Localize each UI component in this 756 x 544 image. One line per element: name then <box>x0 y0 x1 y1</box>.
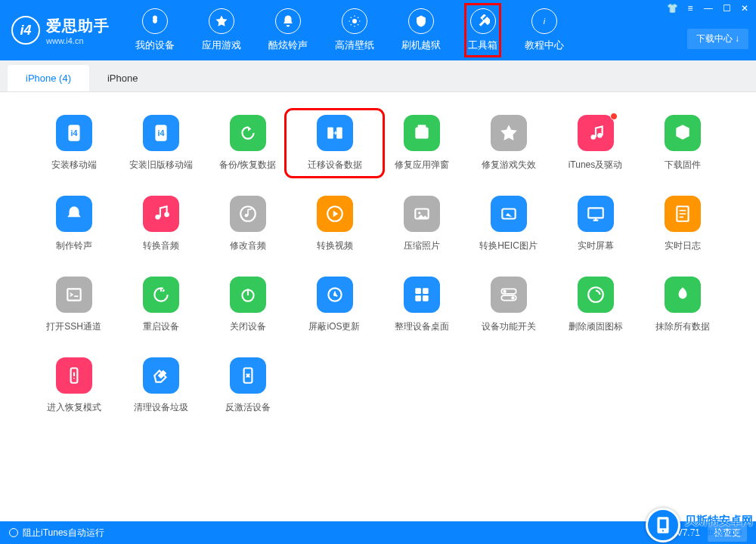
tool-realtime-log[interactable]: 实时日志 <box>639 196 726 252</box>
svg-rect-10 <box>417 125 426 128</box>
nav-label: 工具箱 <box>468 39 497 52</box>
tool-compress-photo[interactable]: 压缩照片 <box>378 196 465 252</box>
nav-toolbox[interactable]: 工具箱 <box>465 4 500 57</box>
tool-organize-desktop[interactable]: 整理设备桌面 <box>378 277 465 333</box>
logo-title: 爱思助手 <box>46 16 110 36</box>
svg-point-0 <box>352 19 357 23</box>
tool-install-old-mobile[interactable]: i4安装旧版移动端 <box>117 115 204 172</box>
watermark-title: 贝斯特安卓网 <box>685 514 753 528</box>
recovery-mode-icon <box>56 357 92 394</box>
tool-convert-audio[interactable]: 转换音频 <box>117 196 204 252</box>
tool-erase-all[interactable]: 抹除所有数据 <box>639 277 726 333</box>
tool-feature-switch[interactable]: 设备功能开关 <box>465 277 552 333</box>
tools-grid: i4安装移动端i4安装旧版移动端备份/恢复数据迁移设备数据修复应用弹窗修复游戏失… <box>0 92 756 422</box>
nav-my-device[interactable]: 我的设备 <box>132 4 178 57</box>
header: i4 爱思助手 www.i4.cn 我的设备应用游戏酷炫铃声高清壁纸刷机越狱工具… <box>0 0 756 60</box>
tool-label: 进入恢复模式 <box>47 401 101 414</box>
tutorials-icon: i <box>531 8 557 34</box>
footer: 阻止iTunes自动运行 V7.71 检查更 <box>0 521 756 544</box>
tool-make-ringtone[interactable]: 制作铃声 <box>30 196 117 252</box>
nav-tutorials[interactable]: i教程中心 <box>522 4 567 57</box>
tool-reboot-device[interactable]: 重启设备 <box>117 277 204 333</box>
tab-1[interactable]: iPhone <box>89 65 156 91</box>
tool-modify-audio[interactable]: 修改音频 <box>204 196 291 252</box>
radio-icon[interactable] <box>9 528 18 537</box>
convert-heic-icon <box>491 196 527 232</box>
tool-label: 重启设备 <box>143 320 179 333</box>
device-tabs: iPhone (4)iPhone <box>0 60 756 92</box>
tool-fix-popup[interactable]: 修复应用弹窗 <box>378 115 465 172</box>
tool-deactivate[interactable]: 反激活设备 <box>204 357 291 414</box>
tool-label: 压缩照片 <box>404 240 440 252</box>
tool-fix-game[interactable]: 修复游戏失效 <box>465 115 552 172</box>
svg-point-36 <box>588 287 603 302</box>
window-controls: 👕 ≡ — ☐ ✕ <box>665 3 751 14</box>
maximize-button[interactable]: ☐ <box>720 3 733 14</box>
footer-left-text[interactable]: 阻止iTunes自动运行 <box>23 527 104 539</box>
tool-block-ios-update[interactable]: 屏蔽iOS更新 <box>291 277 378 333</box>
shutdown-device-icon <box>230 277 266 313</box>
apps-games-icon <box>209 8 234 34</box>
tool-backup-restore[interactable]: 备份/恢复数据 <box>204 115 291 172</box>
svg-point-35 <box>511 296 514 299</box>
wallpapers-icon <box>342 8 367 34</box>
tool-label: 修复应用弹窗 <box>395 159 449 172</box>
tool-label: 打开SSH通道 <box>46 320 101 333</box>
svg-rect-21 <box>588 208 603 218</box>
tool-label: 转换音频 <box>143 240 179 252</box>
tool-label: 迁移设备数据 <box>308 159 362 172</box>
install-old-mobile-icon: i4 <box>143 115 179 151</box>
nav-wallpapers[interactable]: 高清壁纸 <box>332 4 377 57</box>
tab-0[interactable]: iPhone (4) <box>8 65 89 91</box>
svg-rect-23 <box>67 289 80 300</box>
reboot-device-icon <box>143 277 179 313</box>
install-mobile-icon: i4 <box>56 115 92 151</box>
make-ringtone-icon <box>56 196 92 232</box>
tool-delete-stubborn[interactable]: 删除顽固图标 <box>552 277 639 333</box>
tool-recovery-mode[interactable]: 进入恢复模式 <box>30 357 117 414</box>
tool-install-mobile[interactable]: i4安装移动端 <box>30 115 117 172</box>
svg-text:i: i <box>544 17 546 26</box>
tool-convert-heic[interactable]: 转换HEIC图片 <box>465 196 552 252</box>
svg-rect-28 <box>415 288 421 294</box>
menu-button[interactable]: ≡ <box>683 3 697 14</box>
tool-label: 安装移动端 <box>51 159 97 172</box>
tool-shutdown-device[interactable]: 关闭设备 <box>204 277 291 333</box>
tool-clean-trash[interactable]: 清理设备垃圾 <box>117 357 204 414</box>
tool-label: 整理设备桌面 <box>395 320 449 333</box>
logo[interactable]: i4 爱思助手 www.i4.cn <box>11 16 110 45</box>
download-firmware-icon <box>665 115 701 151</box>
nav-label: 我的设备 <box>135 39 175 52</box>
tool-label: iTunes及驱动 <box>569 159 623 172</box>
tool-open-ssh[interactable]: 打开SSH通道 <box>30 277 117 333</box>
tool-migrate-data[interactable]: 迁移设备数据 <box>291 115 378 172</box>
nav-flash-jailbreak[interactable]: 刷机越狱 <box>398 4 444 57</box>
logo-icon: i4 <box>11 16 40 45</box>
tool-itunes-driver[interactable]: iTunes及驱动 <box>552 115 639 172</box>
svg-rect-9 <box>415 127 428 138</box>
my-device-icon <box>142 8 168 34</box>
tool-label: 实时日志 <box>665 240 701 252</box>
minimize-button[interactable]: — <box>702 3 715 14</box>
tool-realtime-screen[interactable]: 实时屏幕 <box>552 196 639 252</box>
tool-label: 备份/恢复数据 <box>219 159 276 172</box>
delete-stubborn-icon <box>578 277 614 313</box>
svg-rect-29 <box>423 288 429 294</box>
itunes-driver-icon <box>578 115 614 151</box>
nav-ringtones[interactable]: 酷炫铃声 <box>265 4 311 57</box>
watermark-url: www.zjbstyy.com <box>685 528 753 536</box>
close-button[interactable]: ✕ <box>738 3 751 14</box>
download-center-button[interactable]: 下载中心 ↓ <box>687 29 748 49</box>
tool-download-firmware[interactable]: 下载固件 <box>639 115 726 172</box>
svg-point-19 <box>418 212 420 214</box>
open-ssh-icon <box>56 277 92 313</box>
nav-apps-games[interactable]: 应用游戏 <box>199 4 244 57</box>
badge-dot <box>610 113 618 120</box>
tool-label: 删除顽固图标 <box>569 320 623 333</box>
block-ios-update-icon <box>317 277 353 313</box>
tool-label: 屏蔽iOS更新 <box>308 320 360 333</box>
tool-convert-video[interactable]: 转换视频 <box>291 196 378 252</box>
svg-text:i4: i4 <box>157 128 164 138</box>
skin-button[interactable]: 👕 <box>665 3 679 14</box>
clean-trash-icon <box>143 357 179 394</box>
